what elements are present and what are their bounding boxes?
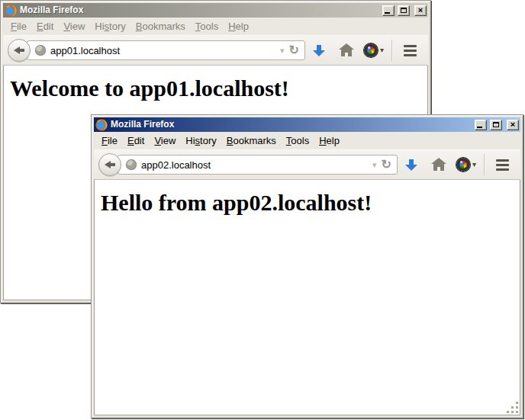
window-title: Mozilla Firefox — [111, 117, 472, 132]
menu-help[interactable]: Help — [314, 133, 344, 148]
menu-tools[interactable]: Tools — [282, 133, 314, 148]
page-heading: Hello from app02.localhost! — [101, 190, 520, 216]
minimize-button[interactable] — [475, 120, 487, 130]
page-content-app02: Hello from app02.localhost! — [94, 180, 520, 415]
menu-history[interactable]: History — [90, 19, 130, 34]
home-icon — [341, 50, 352, 56]
back-button[interactable] — [8, 39, 31, 62]
urlbar-dropdown-icon[interactable]: ▾ — [372, 161, 377, 169]
close-button[interactable]: × — [507, 120, 519, 130]
menu-edit[interactable]: Edit — [123, 133, 149, 148]
download-arrow-icon — [405, 159, 417, 171]
menu-bookmarks[interactable]: Bookmarks — [131, 19, 190, 34]
menu-edit[interactable]: Edit — [32, 19, 58, 34]
address-bar[interactable]: ▾ ↻ — [27, 40, 305, 60]
menu-view[interactable]: View — [150, 133, 180, 148]
app-menu-button[interactable] — [488, 153, 516, 176]
firefox-logo-icon — [95, 119, 108, 131]
downloads-button[interactable] — [305, 39, 333, 62]
titlebar[interactable]: Mozilla Firefox × — [94, 117, 520, 132]
menu-help[interactable]: Help — [224, 19, 253, 34]
page-heading: Welcome to app01.localhost! — [10, 75, 427, 101]
minimize-button[interactable] — [382, 5, 395, 16]
urlbar-dropdown-icon[interactable]: ▾ — [280, 46, 285, 55]
maximize-button[interactable] — [398, 5, 410, 16]
addon-button[interactable]: ▾ — [453, 153, 480, 176]
addon-dropdown-icon: ▾ — [472, 161, 476, 168]
hamburger-menu-icon — [404, 45, 417, 56]
window-title: Mozilla Firefox — [20, 3, 379, 18]
globe-site-icon[interactable] — [126, 159, 137, 170]
menu-view[interactable]: View — [59, 19, 89, 34]
home-button[interactable] — [425, 153, 453, 176]
reload-icon[interactable]: ↻ — [382, 159, 391, 171]
url-input[interactable] — [50, 45, 275, 56]
navigation-toolbar: ▾ ↻ ▾ — [94, 149, 520, 180]
menu-file[interactable]: File — [6, 19, 31, 34]
globe-site-icon[interactable] — [35, 45, 46, 56]
address-bar[interactable]: ▾ ↻ — [118, 155, 398, 175]
home-icon — [433, 164, 444, 171]
hamburger-menu-icon — [496, 159, 509, 171]
download-arrow-icon — [313, 45, 325, 56]
toolbar-separator — [484, 154, 485, 175]
resize-grip[interactable] — [507, 402, 518, 413]
home-button[interactable] — [333, 39, 360, 62]
firefox-logo-icon — [5, 5, 17, 17]
addon-button[interactable]: ▾ — [360, 39, 388, 62]
url-input[interactable] — [141, 159, 368, 171]
titlebar[interactable]: Mozilla Firefox × — [3, 3, 428, 18]
menu-tools[interactable]: Tools — [191, 19, 223, 34]
toolbar-separator — [391, 40, 392, 61]
menu-file[interactable]: File — [97, 133, 122, 148]
menu-bookmarks[interactable]: Bookmarks — [222, 133, 281, 148]
maximize-button[interactable] — [490, 120, 502, 130]
close-button[interactable]: × — [414, 5, 427, 16]
menu-bar: File Edit View History Bookmarks Tools H… — [3, 18, 428, 35]
reload-icon[interactable]: ↻ — [289, 44, 299, 56]
menu-bar: File Edit View History Bookmarks Tools H… — [94, 132, 520, 149]
downloads-button[interactable] — [398, 153, 425, 176]
addon-dropdown-icon: ▾ — [380, 46, 384, 54]
color-wheel-addon-icon — [364, 43, 378, 57]
app-menu-button[interactable] — [396, 39, 424, 62]
color-wheel-addon-icon — [456, 158, 470, 172]
menu-history[interactable]: History — [181, 133, 221, 148]
back-arrow-icon — [105, 161, 115, 168]
back-button[interactable] — [98, 153, 121, 176]
firefox-window-app02: Mozilla Firefox × File Edit View History… — [91, 114, 523, 418]
back-arrow-icon — [14, 46, 24, 54]
navigation-toolbar: ▾ ↻ ▾ — [3, 35, 428, 66]
